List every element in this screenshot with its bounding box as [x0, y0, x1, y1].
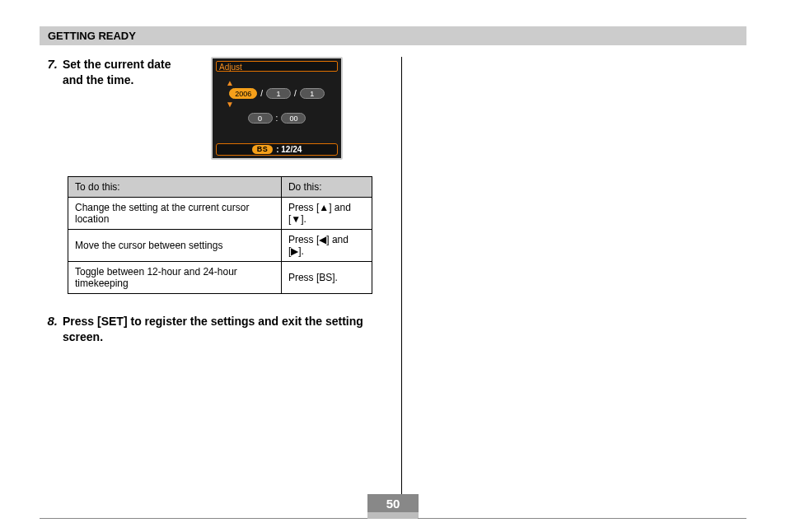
arrow-down-icon: ▼ — [226, 100, 234, 109]
table-cell: Change the setting at the current cursor… — [68, 198, 282, 230]
step-7-content: Set the current date and the time. Adjus… — [63, 57, 343, 160]
time-row: 0 : 00 — [213, 113, 341, 124]
table-row: Change the setting at the current cursor… — [68, 198, 372, 230]
step-8-text: Press [SET] to register the settings and… — [63, 314, 385, 345]
day-field: 1 — [300, 88, 325, 99]
left-column: 7. Set the current date and the time. Ad… — [40, 57, 401, 510]
month-field: 1 — [266, 88, 291, 99]
step-8: 8. Press [SET] to register the settings … — [40, 314, 385, 345]
bs-value: : 12/24 — [276, 145, 302, 154]
table-header-row: To do this: Do this: — [68, 177, 372, 198]
step-7-text: Set the current date and the time. — [63, 57, 194, 88]
page-footer: 50 — [40, 494, 746, 519]
step-7: 7. Set the current date and the time. Ad… — [40, 57, 385, 160]
minute-field: 00 — [281, 113, 306, 124]
date-separator: / — [294, 89, 297, 98]
table-cell: Toggle between 12-hour and 24-hour timek… — [68, 262, 282, 294]
footer-rule — [40, 518, 368, 519]
page-number-block: 50 — [367, 494, 419, 519]
step-number: 8. — [40, 314, 58, 345]
section-header: GETTING READY — [40, 26, 746, 45]
table-cell: Move the cursor between settings — [68, 230, 282, 262]
two-column-layout: 7. Set the current date and the time. Ad… — [40, 57, 746, 510]
arrow-up-icon: ▲ — [226, 78, 234, 87]
right-column — [402, 57, 747, 510]
table-row: Move the cursor between settings Press [… — [68, 230, 372, 262]
page-container: GETTING READY 7. Set the current date an… — [0, 0, 786, 532]
table-cell: Press [▲] and [▼]. — [281, 198, 372, 230]
table-cell: Press [BS]. — [281, 262, 372, 294]
date-row: 2006 / 1 / 1 — [218, 88, 336, 99]
date-separator: / — [260, 89, 263, 98]
table-row: Toggle between 12-hour and 24-hour timek… — [68, 262, 372, 294]
table-cell: Press [◀] and [▶]. — [281, 230, 372, 262]
bs-hint-row: BS : 12/24 — [216, 143, 338, 156]
time-separator: : — [276, 114, 278, 123]
instruction-table: To do this: Do this: Change the setting … — [68, 176, 372, 294]
hour-field: 0 — [248, 113, 273, 124]
lcd-title: Adjust — [216, 61, 338, 72]
table-header-todo: To do this: — [68, 177, 282, 198]
bs-badge: BS — [252, 145, 274, 154]
page-number: 50 — [367, 494, 419, 512]
lcd-screenshot: Adjust ▲ 2006 / 1 / 1 ▼ 0 : — [211, 57, 343, 160]
table-header-dothis: Do this: — [281, 177, 372, 198]
year-field: 2006 — [229, 88, 257, 99]
step-number: 7. — [40, 57, 58, 160]
footer-rule — [418, 518, 746, 519]
page-number-shadow — [367, 512, 419, 519]
